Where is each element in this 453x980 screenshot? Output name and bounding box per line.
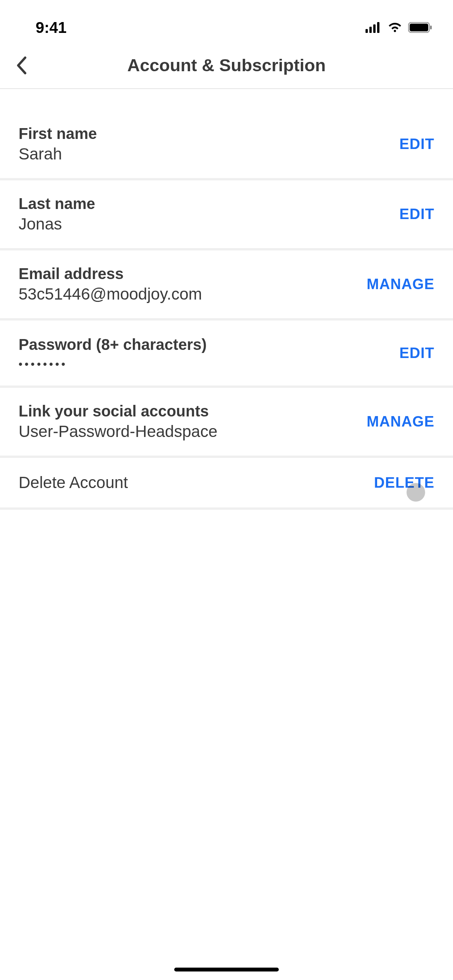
email-label: Email address [19, 265, 202, 283]
svg-rect-5 [410, 24, 428, 31]
nav-header: Account & Subscription [0, 43, 453, 89]
manage-email-button[interactable]: MANAGE [367, 276, 434, 293]
svg-rect-3 [377, 22, 379, 33]
svg-rect-0 [365, 29, 368, 33]
status-time: 9:41 [36, 19, 67, 36]
last-name-value: Jonas [19, 215, 95, 233]
cellular-icon [365, 22, 382, 33]
row-social: Link your social accounts User-Password-… [0, 388, 453, 458]
first-name-value: Sarah [19, 145, 97, 163]
delete-account-label: Delete Account [19, 473, 128, 492]
last-name-label: Last name [19, 195, 95, 212]
manage-social-button[interactable]: MANAGE [367, 413, 434, 430]
edit-last-name-button[interactable]: EDIT [399, 206, 434, 223]
row-content: Link your social accounts User-Password-… [19, 403, 218, 441]
svg-rect-1 [369, 27, 372, 33]
password-label: Password (8+ characters) [19, 336, 207, 353]
edit-first-name-button[interactable]: EDIT [399, 136, 434, 152]
row-delete-account: Delete Account DELETE [0, 458, 453, 510]
row-password: Password (8+ characters) •••••••• EDIT [0, 320, 453, 388]
svg-rect-6 [430, 26, 432, 29]
delete-account-button[interactable]: DELETE [374, 475, 434, 491]
svg-rect-2 [373, 24, 376, 33]
social-label: Link your social accounts [19, 403, 218, 420]
page-title: Account & Subscription [127, 55, 326, 75]
row-first-name: First name Sarah EDIT [0, 110, 453, 180]
row-content: Last name Jonas [19, 195, 95, 233]
edit-password-button[interactable]: EDIT [399, 345, 434, 362]
status-bar: 9:41 [0, 0, 453, 43]
battery-icon [408, 22, 433, 33]
back-button[interactable] [10, 54, 33, 77]
row-last-name: Last name Jonas EDIT [0, 180, 453, 250]
settings-list: First name Sarah EDIT Last name Jonas ED… [0, 89, 453, 510]
home-indicator[interactable] [174, 968, 279, 971]
email-value: 53c51446@moodjoy.com [19, 285, 202, 303]
row-content: Email address 53c51446@moodjoy.com [19, 265, 202, 303]
password-value: •••••••• [19, 358, 207, 370]
row-email: Email address 53c51446@moodjoy.com MANAG… [0, 250, 453, 320]
chevron-left-icon [16, 56, 27, 75]
row-content: First name Sarah [19, 125, 97, 163]
wifi-icon [387, 22, 403, 33]
status-icons [365, 22, 433, 33]
row-content: Password (8+ characters) •••••••• [19, 336, 207, 370]
first-name-label: First name [19, 125, 97, 142]
social-value: User-Password-Headspace [19, 422, 218, 441]
